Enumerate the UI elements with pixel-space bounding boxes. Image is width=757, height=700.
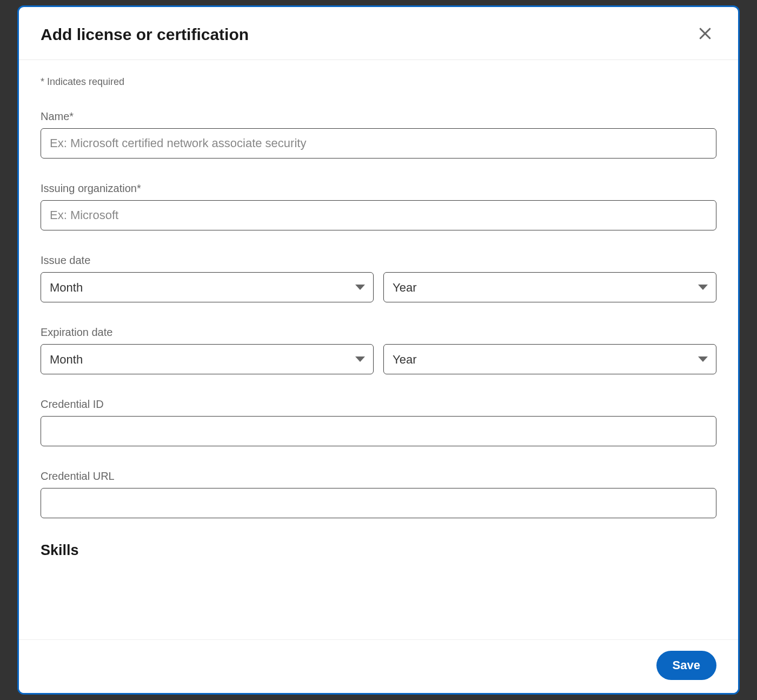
credential-id-field-group: Credential ID: [41, 398, 716, 446]
issue-date-field-group: Issue date Month Year: [41, 254, 716, 302]
issuing-org-field-group: Issuing organization*: [41, 182, 716, 230]
credential-url-input[interactable]: [41, 488, 716, 518]
issue-year-select[interactable]: Year: [383, 272, 716, 302]
expiration-year-select[interactable]: Year: [383, 344, 716, 374]
close-icon: [697, 25, 713, 43]
name-input[interactable]: [41, 128, 716, 159]
skills-heading: Skills: [41, 542, 716, 559]
name-field-group: Name*: [41, 110, 716, 159]
issuing-org-input[interactable]: [41, 200, 716, 230]
close-button[interactable]: [694, 22, 716, 47]
modal-title: Add license or certification: [41, 25, 249, 44]
expiration-month-select[interactable]: Month: [41, 344, 374, 374]
expiration-month-select-wrap: Month: [41, 344, 374, 374]
save-button[interactable]: Save: [656, 651, 716, 680]
issue-month-select-wrap: Month: [41, 272, 374, 302]
issue-month-select[interactable]: Month: [41, 272, 374, 302]
credential-url-label: Credential URL: [41, 470, 716, 483]
expiration-date-row: Month Year: [41, 344, 716, 374]
expiration-date-field-group: Expiration date Month Year: [41, 326, 716, 374]
expiration-year-select-wrap: Year: [383, 344, 716, 374]
issuing-org-label: Issuing organization*: [41, 182, 716, 195]
expiration-date-label: Expiration date: [41, 326, 716, 339]
modal-header: Add license or certification: [19, 7, 738, 60]
issue-year-select-wrap: Year: [383, 272, 716, 302]
issue-date-row: Month Year: [41, 272, 716, 302]
credential-url-field-group: Credential URL: [41, 470, 716, 518]
modal-body: * Indicates required Name* Issuing organ…: [19, 60, 738, 639]
modal-footer: Save: [19, 639, 738, 693]
credential-id-label: Credential ID: [41, 398, 716, 411]
credential-id-input[interactable]: [41, 416, 716, 446]
name-label: Name*: [41, 110, 716, 123]
required-indicator-note: * Indicates required: [41, 76, 716, 88]
add-license-modal: Add license or certification * Indicates…: [17, 5, 740, 695]
issue-date-label: Issue date: [41, 254, 716, 267]
